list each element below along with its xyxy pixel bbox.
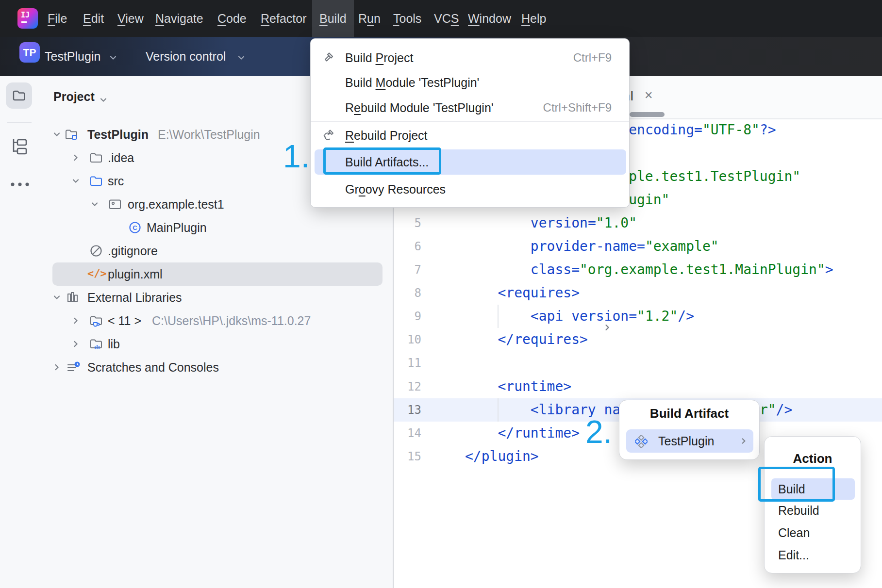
ignored-file-icon [89, 245, 103, 257]
artifact-icon [635, 435, 648, 448]
tree-item-gitignore[interactable]: .gitignore [39, 239, 394, 262]
gutter-line-number[interactable]: 8 [394, 281, 421, 305]
chevron-down-icon[interactable] [89, 199, 100, 210]
scratches-icon [66, 361, 81, 375]
menubar-item-run[interactable]: Run [351, 0, 388, 37]
intellij-logo-icon[interactable]: IJ [17, 8, 38, 29]
project-switcher[interactable]: TestPlugin [45, 37, 100, 76]
source-folder-icon [89, 175, 103, 187]
ide-window: IJ FileEditViewNavigateCodeRefactorBuild… [0, 0, 882, 588]
structure-icon[interactable] [11, 138, 29, 156]
tree-item-label: External Libraries [87, 286, 182, 309]
menubar: IJ FileEditViewNavigateCodeRefactorBuild… [0, 0, 882, 37]
menu-item-build-project[interactable]: Build Project Ctrl+F9 [311, 46, 629, 70]
vcs-switcher[interactable]: Version control [146, 37, 226, 76]
tree-item-label: TestPlugin [87, 123, 149, 146]
tree-item-label: src [108, 169, 124, 193]
tree-item-scratches[interactable]: Scratches and Consoles [39, 356, 394, 379]
code-line[interactable]: <api version="1.2"/> [465, 305, 833, 328]
action-item-clean[interactable]: Clean [778, 522, 810, 544]
gutter-line-number[interactable]: 12 [394, 375, 421, 398]
shortcut-label: Ctrl+Shift+F9 [543, 96, 612, 120]
tree-item-label: plugin.xml [108, 262, 163, 286]
gutter-line-number[interactable]: 14 [394, 422, 421, 445]
tree-item-label: .idea [108, 146, 134, 169]
more-tool-windows-icon[interactable] [10, 182, 30, 187]
gutter-line-number[interactable]: 10 [394, 328, 421, 351]
chevron-down-icon [108, 52, 118, 63]
chevron-down-icon [236, 52, 247, 63]
gutter-line-number[interactable]: 6 [394, 235, 421, 258]
chevron-right-icon[interactable] [70, 339, 81, 349]
action-popup: Action Build Rebuild Clean Edit... [764, 436, 861, 573]
submenu-arrow-icon [602, 322, 613, 333]
artifact-item-testplugin[interactable]: TestPlugin [626, 429, 753, 453]
menu-item-rebuild-project[interactable]: Rebuild Project [311, 123, 629, 147]
menu-item-groovy-resources[interactable]: Groovy Resources [311, 177, 629, 201]
tree-item-label: lib [108, 332, 120, 356]
action-item-rebuild[interactable]: Rebuild [778, 499, 819, 522]
build-menu: Build Project Ctrl+F9 Build Module 'Test… [310, 38, 630, 208]
chevron-right-icon[interactable] [70, 315, 81, 326]
tree-item-jdk[interactable]: < 11 > C:\Users\HP\.jdks\ms-11.0.27 [39, 309, 394, 332]
chevron-right-icon[interactable] [70, 152, 81, 163]
code-line[interactable] [465, 351, 833, 375]
menubar-item-edit[interactable]: Edit [76, 0, 111, 37]
class-icon: C [128, 221, 142, 234]
code-line[interactable]: version="1.0" [465, 212, 833, 235]
project-tool-window-button[interactable] [6, 82, 32, 109]
chevron-down-icon[interactable] [70, 176, 81, 186]
gutter-line-number[interactable]: 5 [394, 212, 421, 235]
code-line[interactable]: <requires> [465, 281, 833, 305]
menubar-item-help[interactable]: Help [514, 0, 553, 37]
tree-item-label: org.example.test1 [128, 193, 224, 216]
annotation-step-2: 2. [585, 413, 612, 450]
menubar-item-code[interactable]: Code [210, 0, 254, 37]
xml-file-icon: </> [87, 262, 107, 286]
menu-item-build-module[interactable]: Build Module 'TestPlugin' [311, 70, 629, 95]
folder-icon [12, 89, 26, 102]
code-line[interactable]: <runtime> [465, 375, 833, 398]
artifact-label: TestPlugin [658, 429, 714, 453]
tree-item-label: Scratches and Consoles [87, 356, 219, 379]
package-icon [108, 198, 122, 211]
menubar-item-file[interactable]: File [40, 0, 74, 37]
shortcut-label: Ctrl+F9 [573, 46, 612, 70]
gutter-line-number[interactable]: 11 [394, 351, 421, 375]
tree-item-lib[interactable]: lib [39, 332, 394, 356]
tree-item-mainplugin[interactable]: C MainPlugin [39, 216, 394, 239]
menu-item-rebuild-module[interactable]: Rebuild Module 'TestPlugin' Ctrl+Shift+F… [311, 96, 629, 120]
tree-item-label: < 11 > [108, 309, 141, 332]
libraries-icon [66, 291, 80, 304]
menubar-item-window[interactable]: Window [461, 0, 518, 37]
gutter-line-number[interactable]: 9 [394, 305, 421, 328]
code-line[interactable]: </requires> [465, 328, 833, 351]
menubar-item-view[interactable]: View [110, 0, 151, 37]
project-avatar[interactable]: TP [19, 42, 40, 63]
gutter-line-number[interactable]: 7 [394, 258, 421, 281]
annotation-step-1: 1. [283, 138, 310, 175]
menubar-item-refactor[interactable]: Refactor [253, 0, 314, 37]
tree-item-external-libraries[interactable]: External Libraries [39, 286, 394, 309]
code-line[interactable]: class="org.example.test1.MainPlugin"> [465, 258, 833, 281]
annotation-box-build-artifacts [323, 147, 441, 175]
project-panel-title[interactable]: Project [53, 90, 95, 104]
module-folder-icon [65, 128, 78, 141]
chevron-down-icon[interactable] [51, 129, 62, 140]
popup-title: Action [765, 451, 861, 466]
tree-item-plugin-xml[interactable]: </> plugin.xml [39, 262, 394, 286]
build-artifact-popup: Build Artifact TestPlugin [619, 400, 760, 460]
menubar-item-tools[interactable]: Tools [386, 0, 429, 37]
gutter-line-number[interactable]: 15 [394, 445, 421, 468]
action-item-edit[interactable]: Edit... [778, 544, 809, 566]
menubar-item-navigate[interactable]: Navigate [148, 0, 211, 37]
chevron-right-icon[interactable] [51, 362, 62, 373]
library-folder-icon [89, 338, 103, 351]
gutter-line-number[interactable]: 13 [394, 398, 421, 422]
tab-indicator [630, 112, 665, 117]
code-line[interactable]: provider-name="example" [465, 235, 833, 258]
menu-separator [311, 121, 629, 122]
chevron-down-icon[interactable] [51, 292, 62, 303]
jdk-folder-icon [89, 314, 103, 328]
menubar-item-build[interactable]: Build [312, 0, 354, 37]
